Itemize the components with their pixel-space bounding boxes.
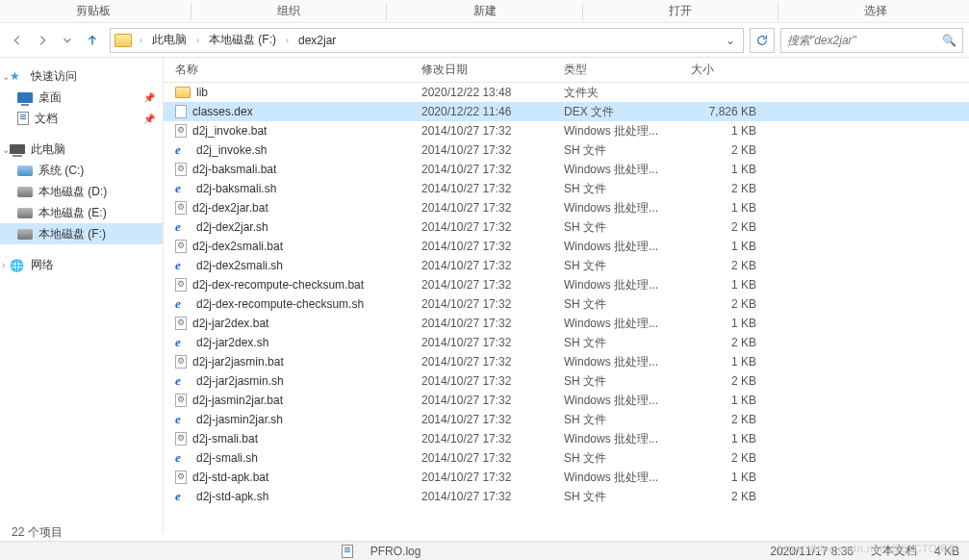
column-headers: 名称 修改日期 类型 大小 — [164, 58, 969, 83]
file-date: 2020/12/22 13:48 — [414, 86, 556, 99]
file-size: 1 KB — [683, 432, 768, 445]
crumb-this-pc[interactable]: 此电脑 — [148, 30, 191, 50]
file-row[interactable]: d2j-jar2jasmin.sh2014/10/27 17:32SH 文件2 … — [164, 371, 969, 391]
ribbon-group-clipboard[interactable]: 剪贴板 — [0, 3, 187, 19]
item-label: 文档 — [35, 111, 58, 127]
file-row[interactable]: d2j-std-apk.sh2014/10/27 17:32SH 文件2 KB — [164, 487, 969, 506]
file-size: 2 KB — [683, 220, 768, 234]
up-button[interactable] — [81, 29, 104, 52]
sidebar-this-pc[interactable]: ⌄ 此电脑 — [0, 139, 163, 160]
crumb-drive-f[interactable]: 本地磁盘 (F:) — [205, 30, 280, 50]
file-size: 1 KB — [683, 355, 768, 369]
recent-dropdown[interactable] — [56, 29, 79, 52]
ribbon-group-open[interactable]: 打开 — [587, 3, 774, 19]
column-date[interactable]: 修改日期 — [414, 58, 556, 82]
file-date: 2014/10/27 17:32 — [414, 240, 556, 253]
file-row[interactable]: d2j_invoke.bat2014/10/27 17:32Windows 批处… — [164, 121, 969, 140]
breadcrumb-bar[interactable]: › 此电脑 › 本地磁盘 (F:) › dex2jar ⌄ — [110, 28, 744, 53]
file-name: d2j-dex-recompute-checksum.bat — [192, 278, 364, 292]
refresh-button[interactable] — [750, 28, 775, 53]
column-size[interactable]: 大小 — [683, 58, 768, 82]
file-row[interactable]: d2j-smali.sh2014/10/27 17:32SH 文件2 KB — [164, 448, 969, 468]
file-icon — [175, 336, 191, 349]
search-input[interactable] — [787, 34, 936, 47]
sidebar-item-drive[interactable]: 本地磁盘 (F:) — [0, 223, 163, 244]
column-type[interactable]: 类型 — [556, 58, 683, 82]
item-label: 系统 (C:) — [38, 163, 84, 179]
file-date: 2020/12/22 11:46 — [414, 105, 556, 118]
file-row[interactable]: d2j-smali.bat2014/10/27 17:32Windows 批处理… — [164, 429, 969, 448]
column-name[interactable]: 名称 — [164, 58, 414, 82]
sidebar-item-drive[interactable]: 系统 (C:) — [0, 160, 163, 181]
file-size: 2 KB — [683, 259, 768, 272]
file-row[interactable]: d2j-std-apk.bat2014/10/27 17:32Windows 批… — [164, 468, 969, 487]
file-type: Windows 批处理... — [556, 239, 683, 255]
ribbon-group-organize[interactable]: 组织 — [195, 3, 382, 19]
item-label: 本地磁盘 (D:) — [38, 184, 107, 200]
file-icon — [175, 297, 191, 311]
file-row[interactable]: d2j-jasmin2jar.sh2014/10/27 17:32SH 文件2 … — [164, 410, 969, 429]
file-row[interactable]: d2j-jar2jasmin.bat2014/10/27 17:32Window… — [164, 352, 969, 371]
file-row[interactable]: d2j-dex2smali.bat2014/10/27 17:32Windows… — [164, 237, 969, 256]
file-size: 2 KB — [683, 297, 768, 311]
file-list[interactable]: lib2020/12/22 13:48文件夹classes.dex2020/12… — [164, 83, 969, 534]
chevron-down-icon[interactable]: ⌄ — [2, 71, 10, 82]
file-name: d2j-jar2jasmin.sh — [196, 374, 284, 388]
forward-button[interactable] — [31, 29, 54, 52]
sidebar-item-drive[interactable]: 本地磁盘 (E:) — [0, 202, 163, 223]
crumb-dex2jar[interactable]: dex2jar — [294, 32, 340, 49]
file-row[interactable]: d2j-dex2jar.bat2014/10/27 17:32Windows 批… — [164, 198, 969, 217]
file-size: 1 KB — [683, 471, 768, 484]
chevron-right-icon[interactable]: › — [192, 36, 203, 45]
sidebar-quick-access[interactable]: ⌄ 快速访问 — [0, 65, 163, 87]
chevron-right-icon[interactable]: › — [136, 36, 146, 45]
item-label: 本地磁盘 (F:) — [38, 226, 106, 242]
chevron-down-icon[interactable]: ⌄ — [2, 144, 10, 155]
file-row[interactable]: d2j_invoke.sh2014/10/27 17:32SH 文件2 KB — [164, 140, 969, 160]
file-icon — [175, 143, 191, 157]
file-date: 2014/10/27 17:32 — [414, 451, 556, 465]
file-row[interactable]: d2j-baksmali.bat2014/10/27 17:32Windows … — [164, 160, 969, 179]
star-icon — [10, 69, 25, 83]
file-size: 1 KB — [683, 317, 768, 330]
file-size: 1 KB — [683, 240, 768, 253]
file-size: 1 KB — [683, 163, 768, 176]
chevron-right-icon[interactable]: › — [2, 260, 5, 270]
file-row[interactable]: d2j-dex-recompute-checksum.sh2014/10/27 … — [164, 294, 969, 314]
search-box[interactable]: 🔍 — [780, 28, 963, 53]
file-type: Windows 批处理... — [556, 393, 683, 409]
file-row[interactable]: d2j-jar2dex.sh2014/10/27 17:32SH 文件2 KB — [164, 333, 969, 352]
chevron-right-icon[interactable]: › — [282, 36, 293, 45]
status-bar: 22 个项目 — [0, 522, 74, 543]
file-icon — [175, 240, 187, 253]
sidebar-network[interactable]: › 网络 — [0, 254, 163, 275]
file-date: 2014/10/27 17:32 — [414, 471, 556, 484]
file-icon — [175, 374, 191, 388]
file-size: 1 KB — [683, 278, 768, 292]
file-type: Windows 批处理... — [556, 431, 683, 447]
file-type: Windows 批处理... — [556, 277, 683, 293]
file-icon — [175, 278, 187, 292]
address-dropdown[interactable]: ⌄ — [722, 34, 739, 47]
search-icon[interactable]: 🔍 — [942, 34, 956, 47]
file-row[interactable]: d2j-baksmali.sh2014/10/27 17:32SH 文件2 KB — [164, 179, 969, 198]
file-size: 2 KB — [683, 182, 768, 195]
file-row[interactable]: d2j-dex2smali.sh2014/10/27 17:32SH 文件2 K… — [164, 256, 969, 275]
file-name: d2j-dex2smali.sh — [196, 259, 283, 272]
file-row[interactable]: d2j-jasmin2jar.bat2014/10/27 17:32Window… — [164, 391, 969, 410]
file-row[interactable]: lib2020/12/22 13:48文件夹 — [164, 83, 969, 102]
back-button[interactable] — [6, 29, 29, 52]
sidebar-item[interactable]: 文档📌 — [0, 108, 163, 129]
file-row[interactable]: classes.dex2020/12/22 11:46DEX 文件7,826 K… — [164, 102, 969, 121]
file-row[interactable]: d2j-dex-recompute-checksum.bat2014/10/27… — [164, 275, 969, 294]
sidebar-label: 快速访问 — [31, 68, 77, 85]
sidebar-item[interactable]: 桌面📌 — [0, 87, 163, 108]
ribbon-group-select[interactable]: 选择 — [782, 3, 969, 19]
file-row[interactable]: d2j-dex2jar.sh2014/10/27 17:32SH 文件2 KB — [164, 217, 969, 237]
sidebar-item-drive[interactable]: 本地磁盘 (D:) — [0, 181, 163, 202]
file-icon — [175, 220, 191, 234]
file-row[interactable]: d2j-jar2dex.bat2014/10/27 17:32Windows 批… — [164, 314, 969, 333]
ribbon-group-new[interactable]: 新建 — [391, 3, 577, 19]
file-icon — [175, 432, 187, 445]
file-type: SH 文件 — [556, 450, 683, 467]
